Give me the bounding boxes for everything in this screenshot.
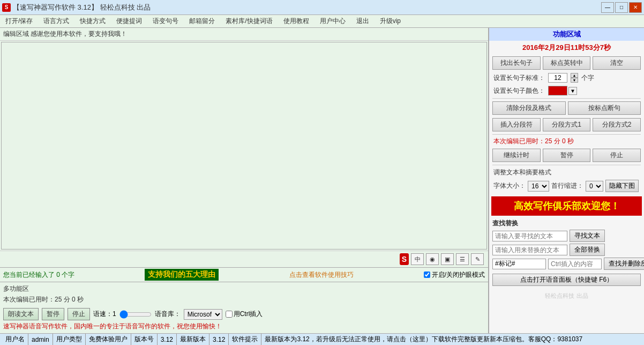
status-latest-label: 最新版本	[177, 334, 209, 345]
title-bar-left: S 【速写神器写作软件 3.12】 轻松点科技 出品	[2, 3, 151, 12]
status-username-value: admin	[28, 334, 53, 345]
editor-label: 编辑区域 感谢您使用本软件，要支持我哦！	[0, 28, 488, 41]
grid-icon[interactable]: ▣	[441, 253, 454, 265]
status-bar: 用户名 admin 用户类型 免费体验用户 版本号 3.12 最新版本 3.12…	[0, 333, 644, 345]
font-size-select[interactable]: 16	[528, 181, 549, 192]
hide-img-button[interactable]: 隐藏下图	[605, 180, 639, 192]
close-button[interactable]: ✕	[629, 2, 642, 13]
multi-func-area: 多功能区 本次编辑已用时：25 分 0 秒 朗读文本 暂停 停止 语速：1 语音…	[0, 282, 488, 333]
menu-shortcut[interactable]: 快捷方式	[77, 16, 109, 27]
open-panel-row: 点击打开语音面板（快捷键 F6）	[492, 271, 641, 288]
maximize-button[interactable]: □	[615, 2, 628, 13]
dot-icon[interactable]: ◉	[426, 253, 439, 265]
ctrl-insert-label: 用Ctrl插入	[234, 310, 263, 319]
indent-label: 首行缩进：	[551, 181, 583, 190]
find-replace-title: 查找替换	[492, 219, 641, 228]
stop-timer-button[interactable]: 停止	[593, 149, 641, 162]
watermark: 轻松点科技 出品	[489, 290, 644, 302]
pause-read-button[interactable]: 暂停	[42, 308, 64, 320]
editor-area[interactable]	[1, 42, 487, 249]
replace-input[interactable]	[492, 245, 567, 255]
insert-para-button[interactable]: 插入分段符	[492, 118, 541, 131]
list-icon[interactable]: ☰	[456, 253, 469, 265]
title-controls: — □ ✕	[601, 2, 642, 13]
split-mode2-button[interactable]: 分段方式2	[593, 118, 641, 131]
title-bar: S 【速写神器写作软件 3.12】 轻松点科技 出品 — □ ✕	[0, 0, 644, 15]
menu-open-save[interactable]: 打开/保存	[2, 16, 36, 27]
font-size-label: 字体大小：	[493, 181, 526, 190]
read-text-button[interactable]: 朗读文本	[3, 308, 39, 320]
find-button[interactable]: 寻找文本	[570, 230, 605, 242]
color-dropdown-arrow[interactable]: ▼	[568, 87, 577, 95]
menu-email[interactable]: 邮箱留分	[186, 16, 218, 27]
menu-lang-change[interactable]: 语变句号	[149, 16, 182, 27]
char-count: 您当前已经输入了 0 个字	[3, 270, 74, 280]
minimize-button[interactable]: —	[601, 2, 614, 13]
stop-read-button[interactable]: 停止	[68, 308, 90, 320]
long-sentence-spinner: ▲ ▼	[571, 73, 578, 83]
speed-slider[interactable]	[119, 311, 152, 318]
clear-para-row: 清除分段及格式 按标点断句	[489, 100, 644, 116]
menu-bar: 打开/保存 语言方式 快捷方式 便捷提词 语变句号 邮箱留分 素村库/快捷词语 …	[0, 15, 644, 28]
separator-2	[492, 134, 641, 135]
spin-down-button[interactable]: ▼	[571, 78, 578, 83]
left-panel: 编辑区域 感谢您使用本软件，要支持我哦！ S 中 ◉ ▣ ☰ ✎ 您当前已经输入…	[0, 28, 489, 333]
color-setting-label: 设置长句子颜色：	[493, 86, 545, 96]
text-format-section: 调整文本和摘要格式 字体大小： 16 首行缩进： 0 隐藏下图	[489, 166, 644, 195]
spin-up-button[interactable]: ▲	[571, 73, 578, 78]
func-area-label: 功能区域	[489, 28, 644, 41]
find-long-sentence-button[interactable]: 找出长句子	[492, 56, 541, 70]
red-promo-text: 速写神器语音写作软件，国内唯一的专注于语音写作的软件，祝您使用愉快！	[3, 322, 485, 331]
separator-3	[492, 165, 641, 165]
long-sentence-row: 找出长句子 标点英转中 清空	[489, 55, 644, 71]
mark-english-button[interactable]: 标点英转中	[543, 56, 591, 70]
menu-prompter[interactable]: 便捷提词	[113, 16, 145, 27]
continue-timer-button[interactable]: 继续计时	[492, 149, 541, 162]
main-content: 编辑区域 感谢您使用本软件，要支持我哦！ S 中 ◉ ▣ ☰ ✎ 您当前已经输入…	[0, 28, 644, 333]
indent-select[interactable]: 0	[586, 181, 603, 192]
multi-func-timer: 本次编辑已用时：25 分 0 秒	[3, 295, 485, 304]
color-box[interactable]	[548, 86, 567, 96]
mark-punc-button[interactable]: 按标点断句	[568, 101, 641, 115]
clear-para-button[interactable]: 清除分段及格式	[492, 101, 566, 115]
clear-button[interactable]: 清空	[593, 56, 641, 70]
eye-mode-label: 开启/关闭护眼模式	[432, 270, 485, 280]
edit-time-label: 本次编辑已用时：25 分 0 秒	[489, 136, 644, 147]
color-dropdown: ▼	[548, 86, 577, 96]
tips-link[interactable]: 点击查看软件使用技巧	[289, 270, 354, 280]
split-row: 插入分段符 分段方式1 分段方式2	[489, 116, 644, 133]
five-reasons[interactable]: 支持我们的五大理由	[145, 269, 219, 281]
color-setting-row: 设置长句子颜色： ▼	[489, 84, 644, 97]
ctrl-insert-checkbox[interactable]	[226, 311, 233, 318]
split-mode1-button[interactable]: 分段方式1	[543, 118, 591, 131]
find-input[interactable]	[492, 231, 567, 241]
replace-all-button[interactable]: 全部替换	[570, 244, 605, 256]
menu-exit[interactable]: 退出	[353, 16, 372, 27]
menu-upgrade-vip[interactable]: 升级vip	[377, 16, 404, 27]
app-icon: S	[2, 3, 11, 12]
status-version-label: 版本号	[131, 334, 158, 345]
pen-icon[interactable]: ✎	[471, 253, 484, 265]
read-area: 朗读文本 暂停 停止 语速：1 语音库： Microsof 用Ctrl插入	[3, 306, 485, 322]
long-sentence-setting-row: 设置长句子标准： ▲ ▼ 个字	[489, 71, 644, 84]
editor-textarea[interactable]	[2, 42, 486, 249]
status-username-label: 用户名	[2, 334, 28, 345]
multi-func-title: 多功能区	[3, 284, 485, 293]
find-mark-input[interactable]	[492, 259, 546, 269]
eye-mode-checkbox[interactable]	[424, 271, 430, 278]
ctrl-content-input[interactable]	[548, 259, 602, 269]
menu-user-center[interactable]: 用户中心	[317, 16, 349, 27]
long-sentence-value-input[interactable]	[548, 73, 567, 83]
menu-tutorial[interactable]: 使用教程	[280, 16, 312, 27]
menu-library[interactable]: 素村库/快捷词语	[222, 16, 275, 27]
menu-language[interactable]: 语言方式	[40, 16, 72, 27]
right-panel: 功能区域 2016年2月29日11时53分7秒 找出长句子 标点英转中 清空 设…	[489, 28, 644, 333]
find-replace-section: 查找替换 寻找文本 全部替换 查找并删除所有 点击打开语音面板（快捷键 F6）	[489, 217, 644, 290]
bottom-info: 您当前已经输入了 0 个字 支持我们的五大理由 点击查看软件使用技巧 开启/关闭…	[0, 267, 488, 282]
lang-select[interactable]: Microsof	[184, 309, 222, 320]
open-panel-button[interactable]: 点击打开语音面板（快捷键 F6）	[492, 274, 641, 286]
chinese-icon[interactable]: 中	[411, 253, 424, 265]
pause-timer-button[interactable]: 暂停	[543, 149, 591, 162]
find-delete-button[interactable]: 查找并删除所有	[604, 258, 644, 270]
shurufa-icon[interactable]: S	[400, 253, 409, 265]
